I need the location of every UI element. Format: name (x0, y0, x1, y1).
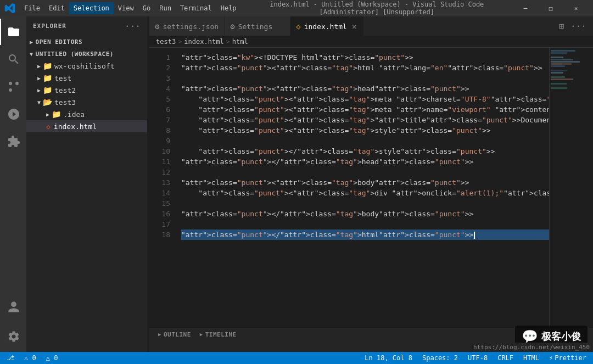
tab-close-button[interactable]: ✕ (350, 21, 358, 31)
folder-icon: 📁 (43, 61, 52, 70)
menu-go[interactable]: Go (138, 2, 155, 14)
activity-account[interactable] (0, 294, 26, 320)
folder-collapsed-icon: ▶ (37, 87, 41, 93)
activity-search[interactable] (0, 46, 26, 72)
formatter[interactable]: ⚡ Prettier (547, 352, 589, 364)
tab-settings-json[interactable]: ⚙ settings.json (149, 16, 225, 36)
code-line-5: "attr">class="punct"><"attr">class="tag"… (181, 94, 549, 104)
wechat-label: 极客小俊 (541, 330, 581, 343)
warning-count[interactable]: △ 0 (44, 352, 60, 364)
breadcrumb-sep2: > (226, 38, 230, 46)
minimap (549, 48, 593, 328)
breadcrumb: test3 > index.html > html (149, 36, 593, 48)
open-editors-header[interactable]: ▶ OPEN EDITORS (26, 36, 147, 48)
sidebar-item-test2[interactable]: ▶ 📁 test2 (26, 84, 147, 96)
wechat-icon: 💬 (522, 329, 538, 344)
code-line-17 (181, 219, 549, 229)
tab-actions: ⊞ ··· (556, 16, 593, 36)
timeline-panel[interactable]: ▶ TIMELINE (198, 331, 239, 338)
workspace-header[interactable]: ▼ UNTITLED (WORKSPACE) (26, 48, 147, 60)
tab-index-html[interactable]: ◇ index.html ✕ (290, 16, 364, 36)
breadcrumb-symbol[interactable]: html (232, 38, 248, 46)
code-line-11: "attr">class="punct"></"attr">class="tag… (181, 156, 549, 167)
code-line-10: "attr">class="punct"></"attr">class="tag… (181, 146, 549, 156)
cursor-position[interactable]: Ln 18, Col 8 (362, 352, 415, 364)
breadcrumb-sep1: > (178, 38, 182, 46)
menu-help[interactable]: Help (216, 2, 241, 14)
activity-bar (0, 16, 26, 352)
maximize-button[interactable]: □ (538, 0, 563, 16)
window-controls: ─ □ ✕ (513, 0, 589, 16)
sidebar-more-button[interactable]: ··· (125, 21, 141, 31)
titlebar: File Edit Selection View Go Run Terminal… (0, 0, 593, 16)
folder-collapsed-icon: ▶ (37, 63, 41, 69)
line-numbers: 123456789101112131415161718 (149, 48, 177, 328)
open-editors-section: ▶ OPEN EDITORS (26, 36, 147, 48)
code-editor[interactable]: "attr">class="kw"><!DOCTYPE html"attr">c… (177, 48, 549, 328)
statusbar: ⎇ ⚠ 0 △ 0 Ln 18, Col 8 Spaces: 2 UTF-8 C… (0, 352, 593, 364)
breadcrumb-test3[interactable]: test3 (156, 38, 176, 46)
folder-collapsed-icon: ▶ (37, 75, 41, 81)
code-line-16: "attr">class="punct"></"attr">class="tag… (181, 209, 549, 219)
minimize-button[interactable]: ─ (513, 0, 538, 16)
open-editors-arrow: ▶ (30, 39, 33, 45)
tab-label: index.html (304, 23, 347, 31)
titlebar-left: File Edit Selection View Go Run Terminal… (4, 2, 241, 14)
statusbar-left: ⎇ ⚠ 0 △ 0 (4, 352, 60, 364)
code-line-12 (181, 167, 549, 177)
sidebar-item-test3[interactable]: ▼ 📂 test3 (26, 96, 147, 108)
code-line-14: "attr">class="punct"><"attr">class="tag"… (181, 188, 549, 198)
activity-debug[interactable] (0, 101, 26, 127)
line-ending[interactable]: CRLF (495, 352, 516, 364)
code-line-15 (181, 198, 549, 209)
close-button[interactable]: ✕ (563, 0, 589, 16)
menu-selection[interactable]: Selection (69, 2, 114, 14)
activity-settings[interactable] (0, 323, 26, 350)
settings-json-icon: ⚙ (155, 22, 159, 31)
more-tabs-button[interactable]: ··· (568, 20, 589, 32)
code-line-7: "attr">class="punct"><"attr">class="tag"… (181, 115, 549, 125)
code-line-13: "attr">class="punct"><"attr">class="tag"… (181, 177, 549, 188)
tab-label: settings.json (163, 23, 219, 31)
sidebar: Explorer ··· ▶ OPEN EDITORS ▼ UNTITLED (… (26, 16, 147, 352)
activity-explorer[interactable] (0, 19, 26, 45)
encoding[interactable]: UTF-8 (466, 352, 490, 364)
activity-extensions[interactable] (0, 128, 26, 155)
folder-icon: 📁 (52, 110, 61, 119)
code-line-4: "attr">class="punct"><"attr">class="tag"… (181, 83, 549, 94)
editor-content: 123456789101112131415161718 "attr">class… (149, 48, 593, 328)
indentation[interactable]: Spaces: 2 (420, 352, 460, 364)
git-icon: ⎇ (7, 354, 14, 362)
tab-settings[interactable]: ⚙ Settings (225, 16, 290, 36)
sidebar-item-test[interactable]: ▶ 📁 test (26, 72, 147, 84)
code-line-6: "attr">class="punct"><"attr">class="tag"… (181, 104, 549, 115)
workspace-arrow: ▼ (30, 51, 33, 57)
code-line-1: "attr">class="kw"><!DOCTYPE html"attr">c… (181, 52, 549, 63)
error-count[interactable]: ⚠ 0 (22, 352, 38, 364)
menu-edit[interactable]: Edit (44, 2, 69, 14)
menu-file[interactable]: File (20, 2, 44, 14)
sidebar-header: Explorer ··· (26, 16, 147, 36)
svg-point-0 (9, 88, 12, 92)
git-status[interactable]: ⎇ (4, 352, 16, 364)
sidebar-item-indexhtml[interactable]: ◇ index.html (26, 120, 147, 132)
sidebar-item-wx[interactable]: ▶ 📁 wx-cqshilisoft (26, 60, 147, 72)
code-line-8: "attr">class="punct"><"attr">class="tag"… (181, 125, 549, 136)
statusbar-right: Ln 18, Col 8 Spaces: 2 UTF-8 CRLF HTML ⚡… (362, 352, 589, 364)
sidebar-item-idea[interactable]: ▶ 📁 .idea (26, 108, 147, 120)
tabs-bar: ⚙ settings.json ⚙ Settings ◇ index.html … (149, 16, 593, 36)
split-editor-button[interactable]: ⊞ (556, 20, 566, 32)
outline-panel[interactable]: ▶ OUTLINE (156, 331, 193, 338)
window-title: index.html - Untitled (Workspace) - Visu… (241, 1, 513, 16)
folder-icon: 📁 (43, 86, 52, 94)
menu-terminal[interactable]: Terminal (176, 2, 216, 14)
svg-point-1 (15, 82, 19, 85)
language-mode[interactable]: HTML (521, 352, 541, 364)
folder-open-icon: 📂 (43, 98, 52, 107)
url-bar: https://blog.csdn.net/weixin_450 (470, 343, 593, 352)
activity-git[interactable] (0, 74, 26, 100)
menu-view[interactable]: View (114, 2, 138, 14)
menu-run[interactable]: Run (155, 2, 176, 14)
breadcrumb-file[interactable]: index.html (184, 38, 223, 46)
settings-icon: ⚙ (230, 22, 234, 31)
